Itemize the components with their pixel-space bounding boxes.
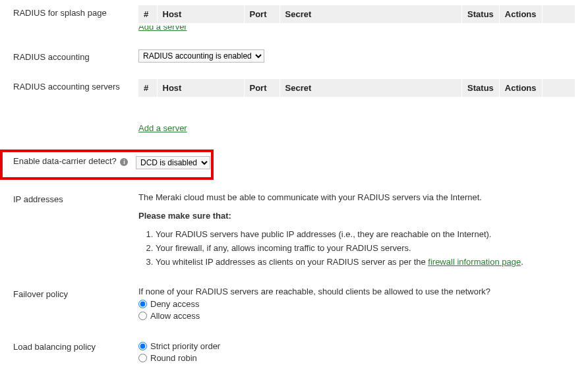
ip-requirements-list: Your RADIUS servers have public IP addre… — [138, 229, 575, 269]
add-server-link-accounting[interactable]: Add a server — [138, 123, 187, 133]
col-port: Port — [244, 79, 279, 97]
col-num: # — [138, 5, 157, 23]
loadbal-label: Load balancing policy — [13, 339, 138, 352]
add-server-link-splash[interactable]: Add a server — [138, 22, 187, 32]
col-host: Host — [157, 79, 244, 97]
ip-req-1: Your RADIUS servers have public IP addre… — [156, 229, 575, 241]
failover-allow-radio[interactable] — [138, 312, 147, 320]
ip-req-3: You whitelist IP addresses as clients on… — [156, 256, 575, 269]
radius-splash-table: # Host Port Secret Status Actions — [138, 5, 575, 23]
col-port: Port — [244, 5, 279, 23]
ip-make-sure: Please make sure that: — [138, 210, 575, 222]
col-status: Status — [462, 5, 500, 23]
radius-accounting-select[interactable]: RADIUS accounting is enabled — [138, 49, 264, 63]
loadbal-strict-label: Strict priority order — [150, 341, 220, 351]
failover-deny-radio[interactable] — [138, 300, 147, 308]
info-icon[interactable]: i — [120, 158, 128, 166]
ip-req-2: Your firewall, if any, allows incoming t… — [156, 242, 575, 255]
col-num: # — [138, 79, 157, 97]
dcd-section: Enable data-carrier detect? i DCD is dis… — [0, 150, 214, 180]
col-secret: Secret — [279, 5, 462, 23]
col-blank — [542, 79, 575, 97]
failover-allow-label: Allow access — [150, 311, 200, 321]
ip-description: The Meraki cloud must be able to communi… — [138, 192, 575, 204]
loadbal-strict-radio[interactable] — [138, 342, 147, 350]
col-status: Status — [462, 79, 500, 97]
col-actions: Actions — [499, 79, 542, 97]
loadbal-roundrobin-radio[interactable] — [138, 354, 147, 362]
radius-accounting-servers-label: RADIUS accounting servers — [13, 79, 138, 92]
radius-splash-label: RADIUS for splash page — [13, 5, 138, 18]
radius-accounting-label: RADIUS accounting — [13, 49, 138, 62]
loadbal-roundrobin-label: Round robin — [150, 353, 197, 363]
failover-prompt: If none of your RADIUS servers are reach… — [138, 287, 575, 296]
dcd-select[interactable]: DCD is disabled — [136, 156, 210, 169]
failover-deny-label: Deny access — [150, 299, 199, 309]
ip-addresses-label: IP addresses — [13, 192, 138, 204]
firewall-info-link[interactable]: firewall information page — [428, 257, 521, 267]
dcd-label: Enable data-carrier detect? — [13, 156, 117, 166]
radius-accounting-servers-table: # Host Port Secret Status Actions — [138, 79, 575, 97]
col-actions: Actions — [499, 5, 542, 23]
col-blank — [542, 5, 575, 23]
failover-label: Failover policy — [13, 287, 138, 299]
col-secret: Secret — [279, 79, 462, 97]
col-host: Host — [157, 5, 244, 23]
